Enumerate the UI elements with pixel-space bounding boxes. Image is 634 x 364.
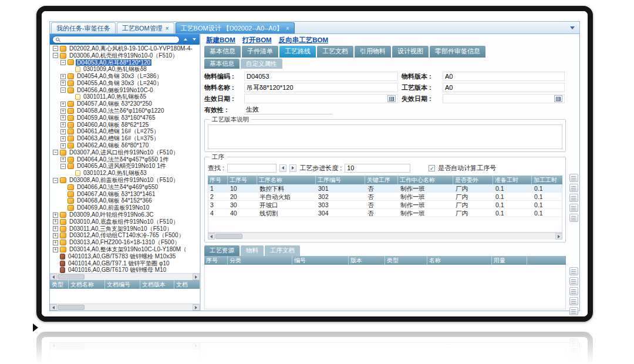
- resource-tool-icon-4[interactable]: [569, 307, 578, 315]
- expand-toggle-icon[interactable]: +: [53, 213, 58, 218]
- reverse-trace-bom-link[interactable]: 反向串工艺BOM: [279, 36, 328, 45]
- scroll-left-icon[interactable]: [50, 343, 57, 349]
- tab-list-chevron-icon[interactable]: [568, 24, 577, 32]
- tree-node-28[interactable]: +D03013,A0,FHZ200-16×18-1310（F500）: [51, 239, 200, 246]
- tree-node-10[interactable]: +D04059,A0,钢板 δ3*160*4765: [51, 114, 200, 122]
- expand-toggle-icon[interactable]: −: [53, 46, 58, 51]
- tree-node-16[interactable]: +D04064,A0,法兰δ4*φ457*φ550 1件: [51, 156, 200, 163]
- scroll-left-icon[interactable]: [50, 304, 57, 311]
- expand-toggle-icon[interactable]: +: [60, 74, 66, 79]
- tree-node-22[interactable]: D04068,A0,钢板 δ4*152*366: [51, 198, 200, 205]
- tree-node-3[interactable]: 0301009,A0,热轧钢板δ8: [51, 66, 200, 73]
- tree-node-31[interactable]: 0401014,A0,GB/T97.1 镀锌平垫圈 φ10: [51, 260, 200, 267]
- expand-toggle-icon[interactable]: −: [60, 60, 66, 65]
- tree-node-17[interactable]: −D04065,A0,进风蜗壳919No10 1件: [51, 163, 200, 170]
- find-prev-icon[interactable]: [279, 164, 286, 172]
- step-length-input[interactable]: 10: [345, 164, 410, 173]
- expand-toggle-icon[interactable]: −: [60, 164, 66, 169]
- tree-node-5[interactable]: +D04055,A0,角钢 30x3（L=240）: [51, 80, 200, 87]
- resource-tool-icon-4[interactable]: [569, 338, 578, 346]
- scroll-right-icon[interactable]: [555, 233, 562, 240]
- process-tool-icon-0[interactable]: [569, 174, 578, 182]
- resource-tool-icon-3[interactable]: [569, 348, 578, 356]
- window-tab-1[interactable]: 工艺BOM管理×: [117, 22, 174, 33]
- process-tool-icon-2[interactable]: [569, 194, 578, 202]
- resource-tool-icon-2[interactable]: [569, 287, 578, 295]
- resource-tool-icon-1[interactable]: [569, 277, 578, 285]
- scroll-right-icon[interactable]: [193, 274, 200, 280]
- search-prev-icon[interactable]: [182, 36, 188, 43]
- resource-tab-2[interactable]: 工序文档: [265, 245, 300, 256]
- tree-node-6[interactable]: −D04056,A0,侧板919No10C-0: [51, 87, 200, 94]
- tree-node-25[interactable]: +D03010,A0,底盘板组件919No10（F510）: [51, 218, 200, 225]
- expand-toggle-icon[interactable]: +: [53, 219, 58, 224]
- resource-tool-icon-2[interactable]: [569, 358, 578, 364]
- close-icon[interactable]: ×: [166, 25, 169, 32]
- scroll-thumb[interactable]: [58, 343, 85, 349]
- process-row-0[interactable]: 110数控下料301否制作一班厂内0.10.1: [208, 184, 562, 193]
- scroll-thumb[interactable]: [215, 234, 242, 239]
- tree-node-19[interactable]: −D03008,A0,前盖板组件919No10（F510）: [51, 177, 200, 184]
- calendar-icon[interactable]: [387, 95, 396, 102]
- window-tab-0[interactable]: 我的任务-审签任务: [51, 22, 116, 33]
- tree-node-23[interactable]: D04069,A0,前盖板919No10: [51, 204, 200, 211]
- tree-node-32[interactable]: 0401016,A0,GB/T6170 镀锌螺母 M10: [51, 267, 200, 274]
- scroll-track[interactable]: [215, 233, 555, 240]
- main-tab-4[interactable]: 引用物料: [355, 46, 391, 58]
- expand-toggle-icon[interactable]: +: [60, 115, 66, 120]
- process-row-3[interactable]: 440线切割304否制作一班厂内0.10.1: [208, 209, 562, 217]
- tree-node-12[interactable]: +D04061,A0,槽钢 16#（L=275）: [51, 129, 200, 136]
- tree-node-7[interactable]: 0301011,A0,热轧钢板δ5: [51, 94, 200, 101]
- expand-toggle-icon[interactable]: +: [60, 109, 66, 114]
- tree-node-2[interactable]: −D04053,A0,吊耳δ8*120*120: [51, 59, 200, 66]
- expand-toggle-icon[interactable]: −: [53, 150, 58, 155]
- resource-tab-0[interactable]: 工艺资源: [204, 245, 240, 256]
- expand-toggle-icon[interactable]: +: [60, 143, 66, 149]
- process-tool-icon-1[interactable]: [569, 184, 578, 192]
- expand-toggle-icon[interactable]: +: [53, 226, 58, 231]
- window-tab-2[interactable]: 工艺BOM设计 【D02002--A0--A0】×: [176, 22, 295, 33]
- tree-node-8[interactable]: +D04057,A0,钢板 δ3*230*250: [51, 100, 200, 107]
- tree-node-11[interactable]: +D04060,A0,钢板 δ8*62*125: [51, 122, 200, 129]
- expand-toggle-icon[interactable]: +: [60, 157, 66, 162]
- tree-node-13[interactable]: +D04063,A0,槽钢 16#（L=375）: [51, 135, 200, 142]
- tree-node-9[interactable]: +D04058,A0,法兰δ6*φ1160*φ1220: [51, 107, 200, 114]
- tree-node-14[interactable]: +D04062,A0,钢板 δ6*80*170: [51, 142, 200, 149]
- expand-toggle-icon[interactable]: +: [53, 233, 58, 238]
- close-icon[interactable]: ×: [286, 25, 289, 32]
- tree-node-0[interactable]: −D02002,A0,离心风机9-19-10C-L0-YVP180M-4-: [51, 45, 200, 52]
- sub-tab-0[interactable]: 基本信息: [204, 59, 240, 69]
- expand-toggle-icon[interactable]: +: [60, 102, 66, 107]
- expire-date-field[interactable]: [443, 94, 565, 103]
- process-table-scrollbar[interactable]: [208, 232, 562, 240]
- expand-toggle-icon[interactable]: +: [53, 247, 58, 252]
- expand-toggle-icon[interactable]: +: [60, 122, 66, 127]
- expand-toggle-icon[interactable]: −: [53, 53, 58, 58]
- tree-node-29[interactable]: +D03014,A0,整体支架919No10C-L0-Y180M（: [51, 246, 200, 253]
- tree-node-21[interactable]: D04067,A0,钢板 δ3*130*1461: [51, 191, 200, 198]
- process-version-field[interactable]: A0: [443, 83, 565, 92]
- resource-tool-icon-3[interactable]: [569, 297, 578, 305]
- main-tab-5[interactable]: 设计视图: [392, 46, 429, 58]
- process-row-1[interactable]: 220半自动火焰302否制作一班厂内0.10.1: [208, 193, 562, 201]
- expand-toggle-icon[interactable]: +: [60, 136, 66, 141]
- expand-toggle-icon[interactable]: −: [60, 87, 66, 93]
- search-input[interactable]: [52, 36, 180, 43]
- expand-toggle-icon[interactable]: +: [60, 80, 66, 86]
- tree-node-30[interactable]: 0401013,A0,GB/T5783 镀锌螺栓 M10x35: [51, 253, 200, 260]
- scroll-track[interactable]: [57, 343, 193, 349]
- tree-horizontal-scrollbar[interactable]: [50, 273, 200, 280]
- main-tab-3[interactable]: 工艺文档: [317, 46, 353, 58]
- scroll-right-icon[interactable]: [193, 343, 200, 349]
- main-tab-0[interactable]: 基本信息: [204, 46, 241, 58]
- effective-date-field[interactable]: [244, 94, 398, 103]
- resource-tool-icon-0[interactable]: [569, 267, 578, 275]
- expand-toggle-icon[interactable]: +: [60, 129, 66, 134]
- new-bom-link[interactable]: 新建BOM: [206, 36, 235, 45]
- material-name-field[interactable]: 吊耳δ8*120*120: [244, 83, 398, 92]
- tree-node-24[interactable]: +D03009,A0,叶轮组件919No6.3C: [51, 211, 200, 218]
- scroll-left-icon[interactable]: [208, 233, 215, 240]
- sub-tab-1[interactable]: 自定义属性: [241, 59, 282, 69]
- resource-tab-1[interactable]: 物料: [241, 245, 264, 256]
- process-tool-icon-3[interactable]: [569, 204, 578, 212]
